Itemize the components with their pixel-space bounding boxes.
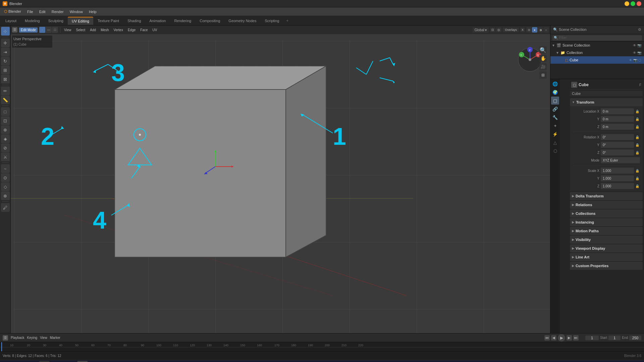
solid-shading[interactable]: ● (532, 27, 537, 33)
rotation-z-lock[interactable]: 🔒 (635, 151, 640, 155)
next-frame-btn[interactable]: ▶ (567, 335, 572, 341)
menu-render[interactable]: Render (49, 9, 66, 14)
constraint-props-tab[interactable]: 🔗 (551, 105, 559, 113)
proportional-btn[interactable]: ◎ (496, 27, 501, 32)
select-menu[interactable]: Select (74, 27, 87, 33)
menu-edit[interactable]: Edit (37, 9, 48, 14)
delta-transform-header[interactable]: ▶ Delta Transform (570, 192, 643, 200)
menu-blender[interactable]: ⬡ Blender (1, 9, 24, 14)
jump-end-btn[interactable]: ⏭ (573, 335, 579, 341)
outliner-search-box[interactable]: 🔍 Filter (552, 35, 642, 41)
tool-scale[interactable]: ⊞ (1, 66, 10, 74)
fake-user-btn[interactable]: F (639, 83, 641, 87)
tool-measure[interactable]: 📏 (1, 96, 10, 104)
scale-z-lock[interactable]: 🔒 (635, 184, 640, 188)
current-frame[interactable]: 1 (585, 336, 599, 340)
tool-cursor[interactable]: ✛ (1, 39, 10, 47)
playback-menu[interactable]: Playback (11, 336, 24, 340)
tool-grease[interactable]: 🖊 (1, 203, 10, 212)
tool-rotate[interactable]: ↻ (1, 57, 10, 65)
close-button[interactable] (637, 1, 641, 6)
tab-compositing[interactable]: Compositing (196, 17, 224, 25)
scale-x-value[interactable]: 1.000 (601, 168, 634, 174)
taskbar-blender[interactable]: ⬡ (77, 361, 88, 362)
instancing-header[interactable]: ▶ Instancing (570, 218, 643, 226)
view-menu[interactable]: View (40, 336, 47, 340)
play-btn[interactable]: ▶ (558, 334, 565, 342)
collections-header[interactable]: ▶ Collections (570, 209, 643, 218)
material-props-tab[interactable]: ⬡ (551, 147, 559, 155)
tool-knife[interactable]: ⚔ (1, 153, 10, 161)
tool-add-cube[interactable]: □ (1, 107, 10, 116)
cube-item[interactable]: ▼ ▢ Cube 👁 📷 ⬡ (550, 56, 644, 64)
edit-mode-btn[interactable]: Edit Mode (19, 27, 38, 33)
rotation-x-value[interactable]: 0° (601, 134, 634, 140)
location-z-value[interactable]: 0 m (601, 124, 634, 130)
tab-geometry-nodes[interactable]: Geometry Nodes (224, 17, 260, 25)
modifier-props-tab[interactable]: 🔧 (551, 113, 559, 121)
viewport[interactable]: ☰ Edit Mode · — □ View Select Add Mesh V… (11, 25, 550, 333)
timeline-menu[interactable]: ☰ (3, 335, 8, 341)
snap-btn[interactable]: ⊡ (490, 27, 495, 32)
data-props-tab[interactable]: △ (551, 138, 559, 146)
menu-window[interactable]: Window (67, 9, 86, 14)
zoom-nav-btn[interactable]: 🔍 (539, 46, 547, 54)
tool-rip[interactable]: ⊗ (1, 191, 10, 200)
tab-texture-paint[interactable]: Texture Paint (94, 17, 123, 25)
rendered-shading[interactable]: ○ (543, 27, 549, 33)
keying-menu[interactable]: Keying (27, 336, 38, 340)
custom-properties-header[interactable]: ▶ Custom Properties (570, 262, 643, 270)
vertex-select[interactable]: · (39, 27, 45, 33)
tool-annotate[interactable]: ✏ (1, 86, 10, 95)
tab-shading[interactable]: Shading (123, 17, 145, 25)
material-shading[interactable]: ◑ (538, 27, 543, 33)
tool-shear[interactable]: ◇ (1, 182, 10, 191)
vertex-menu[interactable]: Vertex (112, 27, 125, 33)
tool-shrink[interactable]: ⊙ (1, 173, 10, 182)
mesh-menu[interactable]: Mesh (99, 27, 110, 33)
end-frame[interactable]: 250 (629, 336, 641, 340)
scale-y-lock[interactable]: 🔒 (635, 177, 640, 180)
face-menu[interactable]: Face (139, 27, 149, 33)
tab-sculpting[interactable]: Sculpting (44, 17, 67, 25)
tool-inset[interactable]: ⊕ (1, 125, 10, 134)
tool-smooth[interactable]: ~ (1, 164, 10, 173)
viewport-menu-icon[interactable]: ☰ (12, 27, 17, 33)
xray-btn[interactable]: X (520, 27, 525, 32)
location-y-lock[interactable]: 🔒 (635, 117, 640, 121)
physics-props-tab[interactable]: ⚡ (551, 130, 559, 138)
tab-modeling[interactable]: Modeling (21, 17, 44, 25)
maximize-button[interactable] (631, 1, 635, 6)
location-x-value[interactable]: 0 m (601, 108, 634, 114)
grid-nav-btn[interactable]: ⊞ (539, 71, 547, 79)
scale-z-value[interactable]: 1.000 (601, 183, 634, 189)
scene-collection-item[interactable]: ▼ 🎬 Scene Collection 👁 📷 (550, 42, 644, 49)
tab-layout[interactable]: Layout (1, 17, 20, 25)
overlays-btn[interactable]: Overlays (503, 27, 519, 32)
start-frame[interactable]: 1 (608, 336, 621, 340)
world-props-tab[interactable]: 🌍 (551, 88, 559, 96)
scene-props-tab[interactable]: 🌐 (551, 80, 559, 88)
taskbar-edge[interactable]: 📄 (52, 361, 62, 362)
viewport-canvas[interactable]: 1 2 3 4 (11, 34, 550, 333)
camera-nav-btn[interactable]: 🎥 (539, 63, 547, 70)
object-props-tab[interactable]: ▢ (551, 97, 559, 105)
marker-menu[interactable]: Marker (50, 336, 60, 340)
rotation-x-lock[interactable]: 🔒 (635, 135, 640, 139)
transform-header[interactable]: ▼ Transform (570, 98, 643, 106)
line-art-header[interactable]: ▶ Line Art (570, 253, 643, 261)
timeline-body[interactable]: 10 20 30 40 50 60 70 80 90 100 110 120 1… (0, 342, 644, 351)
object-name[interactable]: Cube (579, 82, 638, 87)
particles-props-tab[interactable]: ✦ (551, 122, 559, 130)
menu-help[interactable]: Help (86, 9, 99, 14)
add-menu[interactable]: Add (88, 27, 98, 33)
motion-paths-header[interactable]: ▶ Motion Paths (570, 227, 643, 235)
rotation-mode-value[interactable]: XYZ Euler (601, 157, 640, 163)
rotation-y-value[interactable]: 0° (601, 142, 634, 148)
tool-extrude[interactable]: ⊡ (1, 116, 10, 125)
tab-uv-editing[interactable]: UV Editing (68, 17, 93, 25)
add-workspace-button[interactable]: + (283, 17, 291, 24)
view-menu[interactable]: View (62, 27, 73, 33)
taskbar-chrome[interactable]: 🌐 (39, 361, 50, 362)
tool-select[interactable]: ⊹ (1, 27, 10, 36)
